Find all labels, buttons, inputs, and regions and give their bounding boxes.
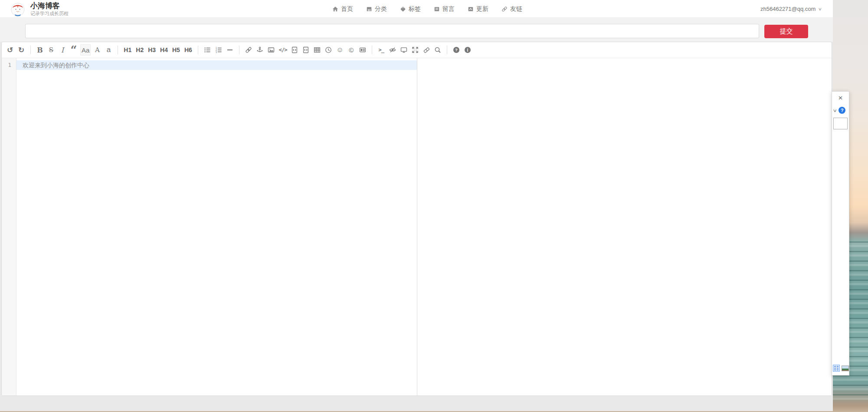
message-icon <box>434 6 440 12</box>
toolbar-code-button[interactable]: </> <box>278 44 288 56</box>
toolbar-goto-line-button[interactable]: >_ <box>377 44 386 56</box>
nav-item-label: 友链 <box>510 5 522 13</box>
toolbar-uppercase-button[interactable]: A <box>92 44 102 56</box>
site-logo-avatar <box>11 3 25 16</box>
toolbar-strikethrough-button[interactable]: S <box>46 44 56 56</box>
pagebreak-icon <box>359 46 366 53</box>
expand-icon <box>412 46 419 53</box>
toolbar-redo-button[interactable]: ↻ <box>16 44 26 56</box>
toolbar-quote-button[interactable]: “ <box>69 44 79 56</box>
eye-slash-icon <box>389 46 396 53</box>
site-brand[interactable]: 小海博客 记录学习成长历程 <box>11 2 69 17</box>
toolbar-link-button[interactable] <box>244 44 253 56</box>
toolbar-h3-button[interactable]: H3 <box>147 44 157 56</box>
help-circle-icon: ? <box>453 46 460 53</box>
editor-toolbar: ↺↻BSI“AaAaH1H2H3H4H5H6123</>☺©>_?i <box>2 42 832 58</box>
toolbar-list-ul-button[interactable] <box>203 44 212 56</box>
main-content: 小海博客 记录学习成长历程 首页分类标签留言更新友链 zh56462271@qq… <box>0 0 833 411</box>
toolbar-search-button[interactable] <box>433 44 442 56</box>
nav-item-category[interactable]: 分类 <box>366 5 387 13</box>
site-title: 小海博客 <box>30 2 69 10</box>
toolbar-fullscreen-button[interactable] <box>410 44 420 56</box>
popup-input-box[interactable] <box>833 118 848 129</box>
toolbar-preformatted-text-button[interactable] <box>290 44 299 56</box>
toolbar-divider <box>239 46 239 54</box>
toolbar-hr-button[interactable] <box>225 44 235 56</box>
toolbar-help-button[interactable]: ? <box>452 44 461 56</box>
list-view-icon[interactable] <box>833 365 840 372</box>
clock-icon <box>325 46 332 53</box>
code-pane[interactable]: 欢迎来到小海的创作中心 <box>16 58 417 396</box>
toolbar-html-entities-button[interactable]: © <box>347 44 356 56</box>
svg-text:3: 3 <box>216 51 217 53</box>
popup-bottom-icons <box>832 365 849 372</box>
site-subtitle: 记录学习成长历程 <box>30 10 69 17</box>
toolbar-table-button[interactable] <box>312 44 322 56</box>
post-title-input[interactable] <box>25 24 759 38</box>
markdown-editor: ↺↻BSI“AaAaH1H2H3H4H5H6123</>☺©>_?i 1 欢迎来… <box>1 42 832 396</box>
editor-line: 欢迎来到小海的创作中心 <box>16 60 417 70</box>
home-icon <box>332 6 338 12</box>
nav-item-message[interactable]: 留言 <box>434 5 455 13</box>
toolbar-divider <box>118 46 118 54</box>
toolbar-h1-button[interactable]: H1 <box>122 44 133 56</box>
search-icon <box>434 46 441 53</box>
nav-item-update[interactable]: 更新 <box>468 5 488 13</box>
image-view-icon[interactable] <box>842 366 849 371</box>
nav-item-home[interactable]: 首页 <box>332 5 353 13</box>
page: 小海博客 记录学习成长历程 首页分类标签留言更新友链 zh56462271@qq… <box>0 0 868 412</box>
list-ol-icon: 123 <box>215 46 222 53</box>
toolbar-info-button[interactable]: i <box>463 44 472 56</box>
toolbar-h2-button[interactable]: H2 <box>134 44 145 56</box>
popup-controls-row: ∨ ? <box>832 107 849 114</box>
preview-pane <box>417 58 832 396</box>
monitor-icon <box>400 46 407 53</box>
info-circle-icon: i <box>464 46 471 53</box>
toolbar-divider <box>30 46 31 54</box>
toolbar-italic-button[interactable]: I <box>58 44 67 56</box>
toolbar-code-block-button[interactable] <box>301 44 311 56</box>
toolbar-divider <box>198 46 198 54</box>
line-number-gutter: 1 <box>2 58 16 396</box>
submit-button[interactable]: 提交 <box>764 25 808 38</box>
image-icon <box>268 46 275 53</box>
svg-text:?: ? <box>455 47 458 52</box>
category-icon <box>366 6 372 12</box>
toolbar-h6-button[interactable]: H6 <box>183 44 193 56</box>
toolbar-ucwords-button[interactable]: Aa <box>80 44 91 56</box>
toolbar-divider <box>447 46 447 54</box>
nav-item-friend-link[interactable]: 友链 <box>501 5 522 13</box>
toolbar-h4-button[interactable]: H4 <box>159 44 169 56</box>
file-code-icon <box>291 46 298 53</box>
toolbar-list-ol-button[interactable]: 123 <box>214 44 223 56</box>
toolbar-bold-button[interactable]: B <box>35 44 45 56</box>
toolbar-emoji-button[interactable]: ☺ <box>335 44 344 56</box>
editor-body: 1 欢迎来到小海的创作中心 <box>2 58 832 396</box>
nav-item-tag[interactable]: 标签 <box>400 5 421 13</box>
toolbar-h5-button[interactable]: H5 <box>171 44 181 56</box>
user-menu[interactable]: zh56462271@qq.com ∨ <box>760 0 822 18</box>
compose-row: 提交 <box>0 18 833 42</box>
eraser-icon <box>423 46 430 53</box>
chevron-down-icon[interactable]: ∨ <box>832 108 837 113</box>
tag-icon <box>400 6 406 12</box>
help-icon[interactable]: ? <box>839 107 845 114</box>
nav-item-label: 标签 <box>409 5 421 13</box>
nav-item-label: 留言 <box>442 5 455 13</box>
list-ul-icon <box>204 46 211 53</box>
hr-icon <box>226 46 233 53</box>
close-icon[interactable]: × <box>839 95 843 101</box>
toolbar-reference-link-button[interactable] <box>255 44 265 56</box>
friend-link-icon <box>501 6 508 12</box>
toolbar-pagebreak-button[interactable] <box>358 44 367 56</box>
anchor-icon <box>256 46 263 53</box>
user-email: zh56462271@qq.com <box>760 6 816 12</box>
file-code-icon <box>302 46 309 53</box>
toolbar-lowercase-button[interactable]: a <box>104 44 113 56</box>
toolbar-datetime-button[interactable] <box>324 44 333 56</box>
toolbar-image-button[interactable] <box>266 44 276 56</box>
toolbar-clear-button[interactable] <box>422 44 431 56</box>
toolbar-preview-button[interactable] <box>399 44 409 56</box>
toolbar-watch-button[interactable] <box>388 44 397 56</box>
toolbar-undo-button[interactable]: ↺ <box>5 44 15 56</box>
